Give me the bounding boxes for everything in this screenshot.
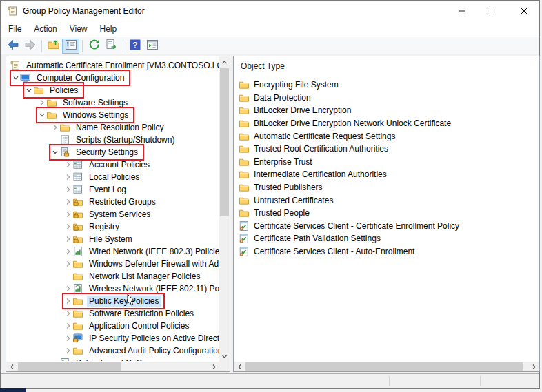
list-item-label: Trusted People — [254, 208, 310, 218]
scroll-right-icon[interactable] — [528, 362, 539, 371]
scroll-right-icon[interactable] — [208, 362, 219, 371]
results-hscrollbar-thumb[interactable] — [245, 362, 523, 371]
menu-view[interactable]: View — [63, 22, 94, 36]
scroll-left-icon[interactable] — [6, 362, 17, 371]
scroll-down-icon[interactable] — [219, 351, 230, 362]
list-item-data-protection[interactable]: Data Protection — [234, 92, 538, 105]
status-divider — [389, 376, 390, 386]
toolbar-separator — [41, 40, 42, 52]
console-tree: Automatic Certificate Enrollment [VM3.CO… — [7, 59, 219, 361]
list-item-enterprise-trust[interactable]: Enterprise Trust — [234, 156, 538, 169]
folder-icon — [239, 195, 250, 206]
tree-item-label: Policy-based QoS — [74, 358, 144, 361]
chevron-expanded-icon[interactable] — [24, 84, 33, 96]
list-item-bitlocker-drive-encryption-network-unlock-certif[interactable]: BitLocker Drive Encryption Network Unloc… — [234, 117, 538, 130]
folder-icon — [239, 143, 250, 154]
back-icon — [6, 38, 20, 54]
toolbar-separator — [82, 40, 83, 52]
list-item-bitlocker-drive-encryption[interactable]: BitLocker Drive Encryption — [234, 104, 538, 117]
list-item-label: Untrusted Certificates — [254, 196, 333, 205]
console-tree-pane: Automatic Certificate Enrollment [VM3.CO… — [6, 56, 230, 372]
list-item-label: Enterprise Trust — [254, 157, 312, 167]
list-item-intermediate-certification-authorities[interactable]: Intermediate Certification Authorities — [234, 168, 538, 181]
scroll-left-icon[interactable] — [234, 362, 245, 371]
export-list-button[interactable] — [103, 39, 120, 54]
cert-settings-icon — [239, 233, 250, 244]
list-item-label: Intermediate Certification Authorities — [254, 169, 387, 179]
list-item-label: Certificate Services Client - Certificat… — [254, 221, 459, 231]
list-item-trusted-root-certification-authorities[interactable]: Trusted Root Certification Authorities — [234, 143, 538, 156]
show-console-tree-icon — [64, 38, 78, 54]
folder-icon — [239, 118, 250, 129]
list-item-certificate-services-client-certificate-enrollme[interactable]: Certificate Services Client - Certificat… — [234, 220, 538, 233]
back-button[interactable] — [4, 39, 21, 54]
tree-horizontal-scrollbar[interactable] — [6, 362, 219, 371]
status-bar — [1, 373, 539, 388]
cert-settings-icon — [239, 220, 250, 231]
gpme-scroll-icon — [7, 6, 18, 17]
window-title: Group Policy Management Editor — [23, 6, 145, 16]
minimize-button[interactable] — [446, 1, 477, 21]
folder-icon — [239, 207, 250, 218]
toolbar-separator — [123, 40, 123, 52]
mouse-cursor — [127, 294, 135, 307]
list-item-label: Encrypting File System — [254, 80, 339, 90]
close-button[interactable] — [508, 1, 539, 21]
toolbar: ? — [1, 37, 539, 56]
taskbar-fragment — [0, 388, 26, 392]
refresh-button[interactable] — [86, 39, 103, 54]
list-item-label: Certificate Path Validation Settings — [254, 234, 381, 243]
scroll-up-icon[interactable] — [219, 56, 230, 68]
up-one-level-icon — [47, 38, 61, 54]
status-divider — [480, 376, 481, 386]
help-button[interactable]: ? — [126, 39, 143, 54]
menu-bar: FileActionViewHelp — [1, 21, 539, 37]
menu-file[interactable]: File — [2, 22, 28, 36]
chevron-expanded-icon[interactable] — [11, 72, 20, 84]
folder-icon — [239, 105, 250, 116]
list-item-label: Automatic Certificate Request Settings — [254, 132, 395, 141]
forward-icon — [23, 38, 37, 54]
list-item-label: Trusted Publishers — [254, 183, 323, 192]
folder-icon — [239, 169, 250, 180]
tree-hscrollbar-thumb[interactable] — [18, 362, 121, 371]
chevron-expanded-icon[interactable] — [50, 146, 59, 158]
column-header-object-type[interactable]: Object Type — [241, 61, 285, 71]
folder-icon — [239, 182, 250, 193]
list-item-trusted-publishers[interactable]: Trusted Publishers — [234, 181, 538, 194]
results-horizontal-scrollbar[interactable] — [234, 362, 539, 371]
scrollbar-corner — [219, 362, 230, 371]
tree-vertical-scrollbar[interactable] — [219, 56, 230, 362]
list-item-label: BitLocker Drive Encryption — [254, 105, 351, 115]
list-item-untrusted-certificates[interactable]: Untrusted Certificates — [234, 194, 538, 207]
forward-button[interactable] — [21, 39, 39, 54]
chevron-expanded-icon[interactable] — [37, 109, 46, 121]
menu-action[interactable]: Action — [28, 22, 63, 36]
list-item-automatic-certificate-request-settings[interactable]: Automatic Certificate Request Settings — [234, 130, 538, 143]
qos-icon — [59, 358, 70, 361]
list-item-trusted-people[interactable]: Trusted People — [234, 207, 538, 220]
console-content: Automatic Certificate Enrollment [VM3.CO… — [1, 54, 539, 373]
title-bar: Group Policy Management Editor — [1, 1, 539, 21]
folder-icon — [239, 92, 250, 103]
up-one-level-button[interactable] — [45, 39, 62, 54]
maximize-button[interactable] — [477, 1, 508, 21]
list-item-label: Data Protection — [254, 93, 311, 103]
list-item-certificate-path-validation-settings[interactable]: Certificate Path Validation Settings — [234, 232, 538, 245]
list-item-label: Certificate Services Client - Auto-Enrol… — [254, 247, 414, 256]
folder-icon — [239, 131, 250, 142]
cert-settings-icon — [239, 246, 250, 257]
show-action-pane-button[interactable] — [143, 39, 161, 54]
folder-icon — [239, 156, 250, 167]
chevron-placeholder — [50, 357, 59, 361]
tree-scrollbar-thumb[interactable] — [220, 68, 229, 216]
list-item-certificate-services-client-auto-enrollment[interactable]: Certificate Services Client - Auto-Enrol… — [234, 245, 538, 258]
list-item-label: Trusted Root Certification Authorities — [254, 144, 388, 154]
show-console-tree-button[interactable] — [62, 39, 79, 54]
export-list-icon — [105, 38, 119, 54]
menu-help[interactable]: Help — [94, 22, 123, 36]
folder-icon — [239, 79, 250, 90]
list-item-encrypting-file-system[interactable]: Encrypting File System — [234, 79, 538, 92]
gpme-window: Group Policy Management Editor FileActio… — [0, 0, 540, 389]
results-pane: Object Type Encrypting File SystemData P… — [233, 56, 540, 372]
